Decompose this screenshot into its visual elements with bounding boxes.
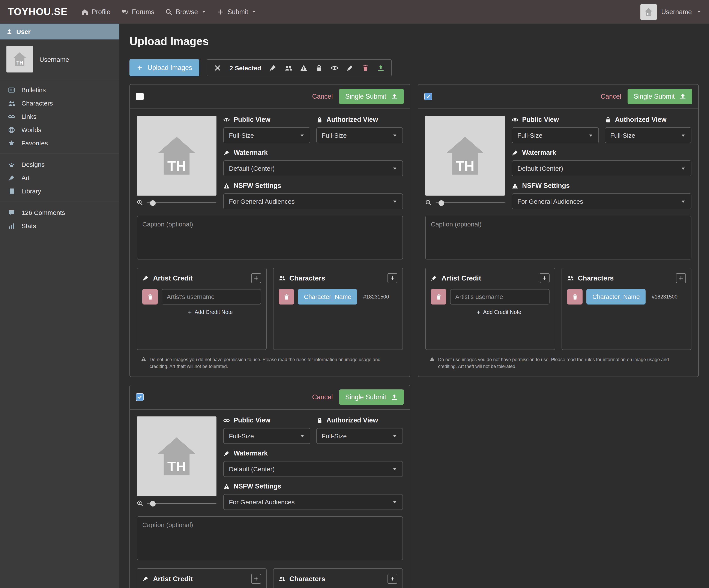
character-tag[interactable]: Character_Name	[298, 289, 357, 305]
sidebar-item-stats[interactable]: Stats	[0, 219, 119, 232]
watermark-select[interactable]: Default (Center)	[512, 160, 691, 176]
character-tag[interactable]: Character_Name	[586, 289, 646, 305]
nav-browse[interactable]: Browse	[165, 8, 206, 16]
sidebar-user-header[interactable]: User	[0, 24, 119, 40]
sidebar-item-favorites[interactable]: Favorites	[0, 136, 119, 150]
image-thumbnail	[425, 116, 505, 196]
sidebar-profile[interactable]: Username	[0, 40, 119, 79]
bulk-caption-button[interactable]	[347, 64, 354, 71]
sidebar-item-links[interactable]: Links	[0, 110, 119, 123]
add-character-button[interactable]	[388, 574, 397, 584]
sidebar-item-library[interactable]: Library	[0, 184, 119, 198]
caption-input[interactable]	[137, 517, 403, 560]
sidebar: User Username Bulletins Characters	[0, 24, 119, 588]
add-artist-button[interactable]	[251, 574, 261, 584]
house-placeholder-icon	[11, 50, 29, 68]
upload-images-button[interactable]: Upload Images	[129, 59, 200, 76]
remove-character-button[interactable]	[567, 289, 582, 305]
sidebar-item-designs[interactable]: Designs	[0, 158, 119, 171]
watermark-value: Default (Center)	[229, 465, 274, 473]
site-logo[interactable]: TOYHOU.SE	[8, 6, 68, 18]
watermark-select[interactable]: Default (Center)	[223, 160, 403, 176]
card-checkbox[interactable]	[136, 93, 143, 100]
add-artist-button[interactable]	[540, 273, 550, 283]
cancel-link[interactable]: Cancel	[601, 93, 621, 100]
slider-knob[interactable]	[439, 200, 444, 206]
nav-profile[interactable]: Profile	[81, 8, 110, 16]
slider-knob[interactable]	[150, 501, 156, 507]
lock-icon	[605, 117, 611, 123]
zoom-slider[interactable]	[147, 501, 216, 507]
users-icon	[279, 576, 285, 582]
characters-title: Characters	[289, 274, 325, 282]
bulk-delete-button[interactable]	[362, 64, 369, 71]
public-view-select[interactable]: Full-Size	[223, 127, 310, 143]
chevron-down-icon	[392, 467, 397, 472]
card-checkbox[interactable]	[424, 93, 432, 100]
public-view-label: Public View	[512, 116, 599, 124]
deselect-button[interactable]	[214, 64, 221, 71]
nsfw-settings-select[interactable]: For General Audiences	[223, 194, 403, 209]
slider-track	[436, 202, 505, 203]
bulk-submit-button[interactable]	[377, 64, 385, 71]
trash-icon	[572, 293, 578, 300]
single-submit-button[interactable]: Single Submit	[339, 390, 404, 405]
chevron-down-icon	[681, 199, 686, 204]
sidebar-item-bulletins[interactable]: Bulletins	[0, 83, 119, 97]
single-submit-button[interactable]: Single Submit	[628, 89, 692, 104]
nsfw-settings-select[interactable]: For General Audiences	[223, 494, 403, 510]
zoom-slider[interactable]	[147, 200, 216, 206]
caption-input[interactable]	[425, 216, 691, 259]
add-artist-button[interactable]	[251, 273, 261, 283]
bulk-nsfw-button[interactable]	[300, 64, 308, 71]
authorized-view-select[interactable]: Full-Size	[316, 127, 403, 143]
public-view-value: Full-Size	[517, 132, 543, 139]
upload-card: Cancel Single Submit	[129, 385, 410, 588]
upload-toolbar: Upload Images 2 Selected	[129, 59, 699, 76]
cancel-link[interactable]: Cancel	[312, 393, 333, 401]
add-character-button[interactable]	[676, 273, 686, 283]
plus-icon	[254, 577, 259, 581]
nav-submit[interactable]: Submit	[217, 8, 256, 16]
bulk-characters-button[interactable]	[285, 64, 292, 71]
chart-icon	[7, 222, 16, 229]
remove-artist-button[interactable]	[431, 289, 446, 305]
public-view-select[interactable]: Full-Size	[512, 127, 599, 143]
add-credit-note-link[interactable]: Add Credit Note	[142, 309, 261, 315]
house-placeholder-icon	[152, 432, 202, 481]
nav-user-menu[interactable]: Username	[640, 4, 701, 20]
nsfw-settings-select[interactable]: For General Audiences	[512, 194, 691, 209]
nav-profile-label: Profile	[91, 8, 110, 16]
authorized-view-select[interactable]: Full-Size	[316, 428, 403, 444]
watermark-select[interactable]: Default (Center)	[223, 461, 403, 477]
zoom-slider[interactable]	[436, 200, 505, 206]
chevron-down-icon	[392, 133, 397, 138]
plus-icon	[254, 276, 259, 280]
artist-username-input[interactable]	[450, 289, 550, 305]
bulk-watermark-button[interactable]	[269, 64, 277, 71]
caption-input[interactable]	[137, 216, 403, 259]
nav-forums[interactable]: Forums	[122, 8, 154, 16]
bulk-authorized-view-button[interactable]	[316, 64, 323, 71]
nsfw-settings-value: For General Audiences	[517, 198, 583, 205]
add-credit-note-link[interactable]: Add Credit Note	[431, 309, 550, 315]
sidebar-item-characters[interactable]: Characters	[0, 97, 119, 110]
slider-knob[interactable]	[150, 200, 156, 206]
sidebar-item-comments[interactable]: 126 Comments	[0, 206, 119, 219]
remove-artist-button[interactable]	[142, 289, 158, 305]
star-icon	[7, 139, 16, 147]
sidebar-item-worlds[interactable]: Worlds	[0, 123, 119, 136]
add-character-button[interactable]	[388, 273, 397, 283]
authorized-view-select[interactable]: Full-Size	[605, 127, 691, 143]
artist-username-input[interactable]	[162, 289, 261, 305]
bulk-public-view-button[interactable]	[331, 64, 338, 71]
sidebar-item-art[interactable]: Art	[0, 171, 119, 184]
single-submit-button[interactable]: Single Submit	[339, 89, 404, 104]
remove-character-button[interactable]	[279, 289, 294, 305]
public-view-select[interactable]: Full-Size	[223, 428, 310, 444]
divider	[0, 154, 119, 154]
card-checkbox[interactable]	[136, 393, 143, 401]
main-content: Upload Images Upload Images 2 Selected	[119, 24, 709, 588]
cancel-link[interactable]: Cancel	[312, 93, 333, 100]
chevron-down-icon	[697, 9, 701, 14]
